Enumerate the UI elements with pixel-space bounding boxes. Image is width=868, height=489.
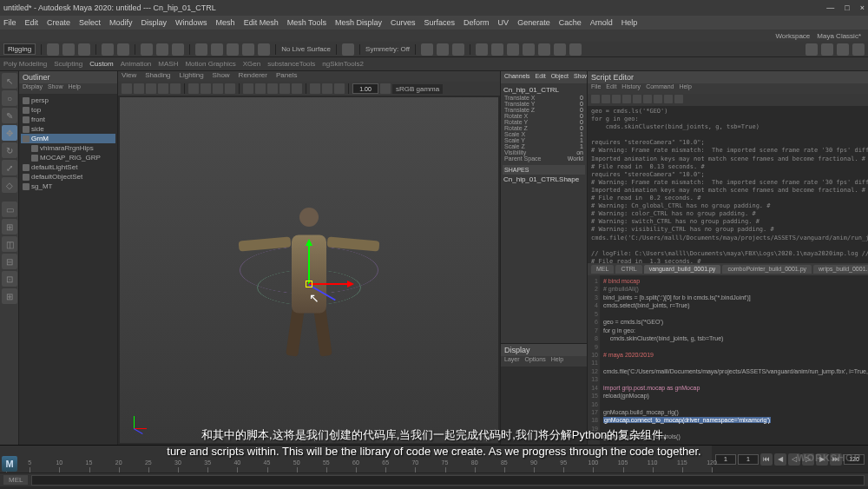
cb-attr-sz[interactable]: Scale Z1 [503,143,585,149]
outliner-icon[interactable] [491,43,503,56]
snap-live-icon[interactable] [258,43,270,56]
single-pane-icon[interactable]: ▭ [2,202,17,217]
menu-help[interactable]: Help [621,18,638,27]
vp-gamma-icon[interactable] [380,83,391,94]
workspace-value[interactable]: Maya Classic* [817,32,861,40]
move-tool-icon[interactable]: ✥ [2,125,17,141]
snap-curve-icon[interactable] [211,43,223,56]
layer-list[interactable] [501,367,587,445]
snap-plane-icon[interactable] [242,43,254,56]
vp-smooth-shade-icon[interactable] [255,83,266,94]
vp-shadows-icon[interactable] [292,83,302,94]
three-pane-icon[interactable]: ⊡ [2,271,17,287]
menu-windows[interactable]: Windows [175,18,207,27]
toggle-ae-icon[interactable] [837,43,849,56]
save-scene-icon[interactable] [78,43,90,56]
graph-editor-icon[interactable] [507,43,519,56]
goto-start-icon[interactable]: ⏮ [760,453,773,466]
paint-tool-icon[interactable]: ✎ [2,108,17,123]
time-slider[interactable]: 1510152025303540455055606570758085909510… [0,446,712,472]
menuset-dropdown[interactable]: Rigging [3,43,36,55]
symmetry-label[interactable]: Symmetry: Off [365,45,410,53]
toggle-cb-icon[interactable] [821,43,833,56]
outliner-item-side[interactable]: side [21,124,115,134]
minimize-icon[interactable]: — [826,3,834,12]
cb-attr-vis[interactable]: Visibilityon [503,149,585,155]
se-menu-command[interactable]: Command [646,83,674,94]
se-execute-all-icon[interactable] [674,95,683,103]
redo-icon[interactable] [117,43,129,56]
undo-icon[interactable] [102,43,114,56]
menu-surfaces[interactable]: Surfaces [424,18,456,27]
vp-2d-pan-icon[interactable] [158,83,168,94]
cb-attr-tz[interactable]: Translate Z0 [503,107,585,113]
vp-xray-icon[interactable] [322,83,332,94]
vp-menu-view[interactable]: View [122,71,136,82]
shelf-tab-substance[interactable]: substanceTools [267,60,315,68]
outliner-layout-icon[interactable]: ⊞ [2,288,17,304]
outliner-tree[interactable]: persp top front side GrnM vhimaraRrgnHip… [19,94,117,445]
shelf-tab-ngskin[interactable]: ngSkinTools2 [322,60,364,68]
se-clear-history-icon[interactable] [622,95,631,103]
se-menu-help[interactable]: Help [679,83,691,94]
lasso-tool-icon[interactable]: ○ [2,90,17,106]
cb-attr-rz[interactable]: Rotate Z0 [503,125,585,131]
two-pane-v-icon[interactable]: ◫ [2,236,17,252]
vp-isolate-icon[interactable] [310,83,320,94]
last-tool-icon[interactable]: ◇ [2,177,17,193]
vp-xray-joints-icon[interactable] [334,83,345,94]
cb-attr-parentspace[interactable]: Parent SpaceWorld [503,155,585,162]
shelf-tab-xgen[interactable]: XGen [243,60,260,68]
menu-curves[interactable]: Curves [391,18,416,27]
hypershade-icon[interactable] [523,43,535,56]
outliner-item-sgmt[interactable]: sg_MT [21,182,115,191]
shelf-tab-mash[interactable]: MASH [158,60,178,68]
vp-colorspace-dropdown[interactable]: sRGB gamma [392,84,443,94]
cb-attr-sx[interactable]: Scale X1 [503,131,585,137]
menu-arnold[interactable]: Arnold [590,18,613,27]
current-frame-input[interactable] [738,454,759,465]
se-open-icon[interactable] [591,95,600,103]
vp-film-gate-icon[interactable] [201,83,211,94]
vp-menu-renderer[interactable]: Renderer [239,71,267,82]
display-menu-layer[interactable]: Layer [504,356,520,367]
render-icon[interactable] [421,43,433,56]
cb-attr-tx[interactable]: Translate X0 [503,95,585,101]
mel-label[interactable]: MEL [3,475,28,485]
script-output[interactable]: geo = cmds.ls('*GEO') for g in geo: cmds… [588,106,868,263]
display-menu-help[interactable]: Help [551,356,563,367]
shelf-tab-motiongraphics[interactable]: Motion Graphics [185,60,235,68]
new-scene-icon[interactable] [47,43,59,56]
menu-meshdisplay[interactable]: Mesh Display [335,18,382,27]
live-surface-label[interactable]: No Live Surface [281,45,331,53]
cb-attr-sy[interactable]: Scale Y1 [503,137,585,143]
four-pane-icon[interactable]: ⊞ [2,219,17,235]
code-editor[interactable]: # bind mocap # gnbuildAll() bind_joints … [600,275,868,445]
vp-resolution-gate-icon[interactable] [213,83,223,94]
se-menu-history[interactable]: History [621,83,641,94]
gizmo-y-axis-icon[interactable] [308,241,310,284]
ipr-icon[interactable] [437,43,449,56]
vp-wireframe-icon[interactable] [243,83,253,94]
shelf-tab-animation[interactable]: Animation [121,60,152,68]
vp-menu-shading[interactable]: Shading [145,71,170,82]
display-menu-options[interactable]: Options [525,356,546,367]
vp-bookmark-icon[interactable] [134,83,144,94]
menu-editmesh[interactable]: Edit Mesh [244,18,279,27]
content-browser-icon[interactable] [569,43,582,56]
vp-exposure-input[interactable] [352,83,378,94]
outliner-item-top[interactable]: top [21,105,115,115]
se-execute-icon[interactable] [664,95,673,103]
menu-meshtools[interactable]: Mesh Tools [287,18,326,27]
menu-display[interactable]: Display [141,18,168,27]
uv-editor-icon[interactable] [554,43,566,56]
panel-layout-icon[interactable] [476,43,488,56]
paint-select-icon[interactable] [172,43,184,56]
se-show-history-icon[interactable] [654,95,662,103]
se-clear-input-icon[interactable] [633,95,641,103]
se-save-to-shelf-icon[interactable] [612,95,621,103]
menu-cache[interactable]: Cache [559,18,582,27]
cb-tab-object[interactable]: Object [551,73,569,82]
outliner-item-lightset[interactable]: defaultLightSet [21,162,115,172]
cb-object-name[interactable]: Cn_hip_01_CTRL [503,85,585,95]
